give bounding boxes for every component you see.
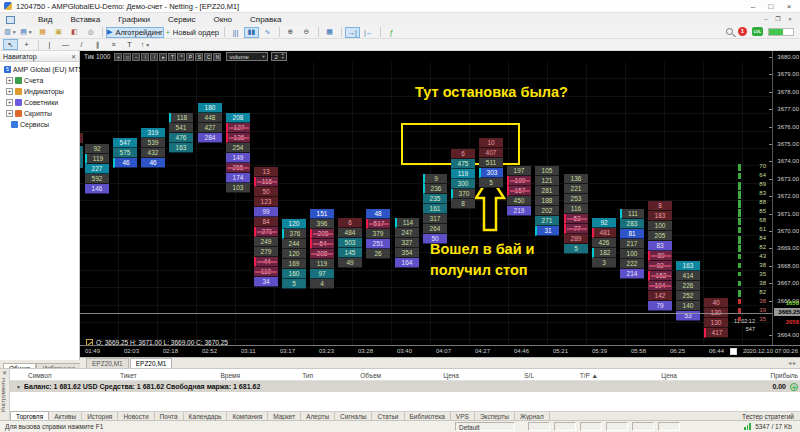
- column-header-Символ[interactable]: Символ: [28, 372, 51, 379]
- sidebar-item-Индикаторы[interactable]: +Индикаторы: [0, 86, 79, 97]
- collapse-caret-icon[interactable]: ▼: [16, 384, 21, 390]
- column-header-S/L[interactable]: S/L: [464, 372, 534, 379]
- column-header-T/P[interactable]: T/P ▲: [528, 372, 598, 379]
- close-icon[interactable]: ✕: [71, 53, 76, 60]
- minimize-icon[interactable]: –: [744, 0, 762, 13]
- trendline-tool[interactable]: /: [74, 39, 89, 50]
- add-icon[interactable]: +: [790, 383, 798, 391]
- strategy-tester-link[interactable]: Тестер стратегий: [742, 413, 794, 420]
- profile-selector[interactable]: Default: [455, 422, 515, 431]
- candles-button[interactable]: ▮▮: [244, 27, 259, 38]
- chart-minimize-icon[interactable]: –: [760, 13, 772, 25]
- chevron-down-icon[interactable]: ▼: [28, 29, 33, 35]
- tile-windows-button[interactable]: ▦: [322, 27, 337, 38]
- chart-tab-1[interactable]: EPZ20,M1: [130, 358, 173, 368]
- vertical-line-tool[interactable]: |: [42, 39, 57, 50]
- spinner-icons[interactable]: ▲▼: [281, 53, 284, 60]
- cluster-button-3[interactable]: I: [141, 53, 149, 61]
- expand-icon[interactable]: +: [6, 77, 13, 84]
- chevron-down-icon[interactable]: ▼: [145, 42, 150, 48]
- chevron-down-icon[interactable]: ▼: [12, 29, 17, 35]
- cluster-button-11[interactable]: N: [213, 53, 221, 61]
- chart-restore-icon[interactable]: ❐: [772, 13, 784, 25]
- restore-icon[interactable]: □: [762, 0, 780, 13]
- menu-item-Вставка[interactable]: Вставка: [61, 13, 109, 26]
- lvl-icon[interactable]: LVL: [752, 27, 763, 36]
- chart-tab-0[interactable]: EPZ20,M1: [86, 358, 129, 368]
- cluster-button-4[interactable]: /: [150, 53, 158, 61]
- auto-scroll-button[interactable]: →|: [345, 27, 360, 38]
- chart-window: Тик 1000 +□−I/▸T*PSCN volume ▼ 2 ▲▼ Тут …: [80, 51, 800, 368]
- menu-item-Окно[interactable]: Окно: [204, 13, 241, 26]
- market-watch-button[interactable]: ▦: [35, 27, 50, 38]
- column-header-Цена[interactable]: Цена: [389, 372, 459, 379]
- arrows-tool[interactable]: ↑▼: [138, 39, 153, 50]
- column-header-Время[interactable]: Время: [170, 372, 240, 379]
- chart-close-icon[interactable]: ×: [784, 13, 796, 25]
- text-tool[interactable]: T: [122, 39, 137, 50]
- notification-badge[interactable]: 1: [738, 27, 747, 36]
- cluster-column: 4851737925126: [366, 209, 390, 259]
- time-label: 02:18: [163, 348, 178, 354]
- cluster-button-0[interactable]: +: [114, 53, 122, 61]
- close-icon[interactable]: ×: [780, 0, 798, 13]
- expand-icon[interactable]: +: [6, 88, 13, 95]
- navigator-root-label: AMP Global (EU) MT5: [13, 66, 83, 73]
- column-header-Прибыль[interactable]: Прибыль: [728, 372, 798, 379]
- profile-bar: [738, 209, 741, 217]
- column-header-Цена[interactable]: Цена: [607, 372, 677, 379]
- menu-item-Справка[interactable]: Справка: [241, 13, 290, 26]
- column-header-Тип[interactable]: Тип: [243, 372, 313, 379]
- sidebar-item-Скрипты[interactable]: +Скрипты: [0, 108, 79, 119]
- cluster-button-5[interactable]: ▸: [159, 53, 167, 61]
- cluster-button-1[interactable]: □: [123, 53, 131, 61]
- chart-window-menu-icon[interactable]: [6, 16, 15, 24]
- cluster-button-7[interactable]: *: [177, 53, 185, 61]
- menu-item-Сервис[interactable]: Сервис: [159, 13, 204, 26]
- zoom-in-button[interactable]: ⊕: [283, 27, 298, 38]
- column-header-Объем[interactable]: Объем: [311, 372, 381, 379]
- chart-shift-button[interactable]: |←: [361, 27, 376, 38]
- expand-icon[interactable]: +: [6, 110, 13, 117]
- sidebar-item-Советники[interactable]: +Советники: [0, 97, 79, 108]
- new-order-button[interactable]: +Новый ордер: [165, 27, 220, 38]
- fibonacci-tool[interactable]: ≡: [106, 39, 121, 50]
- new-chart-button[interactable]: ▥▼: [3, 27, 18, 38]
- data-window-button[interactable]: ▣: [51, 27, 66, 38]
- search-icon[interactable]: [726, 28, 733, 35]
- time-axis[interactable]: 2020.12.10 07:00:26 01:4902:0302:1802:52…: [80, 345, 800, 357]
- price-axis[interactable]: 3680.003679.003678.003677.003676.003675.…: [772, 51, 800, 345]
- cursor-tool[interactable]: ↖: [3, 39, 18, 50]
- volume-filter-stepper[interactable]: 2 ▲▼: [271, 52, 287, 61]
- close-icon[interactable]: ✕: [0, 369, 9, 376]
- indicators-button[interactable]: ƒ: [384, 27, 399, 38]
- depth-of-market-button[interactable]: ◧: [67, 27, 82, 38]
- profile-value: 68: [744, 217, 766, 223]
- balance-row[interactable]: ▼ Баланс: 1 681.62 USD Средства: 1 681.6…: [10, 381, 800, 392]
- cluster-button-2[interactable]: −: [132, 53, 140, 61]
- crosshair-tool[interactable]: +: [19, 39, 34, 50]
- line-chart-button[interactable]: ∿: [260, 27, 275, 38]
- cluster-button-6[interactable]: T: [168, 53, 176, 61]
- cluster-button-10[interactable]: C: [204, 53, 212, 61]
- menu-item-Графики[interactable]: Графики: [109, 13, 159, 26]
- bars-button[interactable]: |||: [228, 27, 243, 38]
- sidebar-item-Счета[interactable]: +Счета: [0, 75, 79, 86]
- cluster-button-9[interactable]: S: [195, 53, 203, 61]
- navigator-root[interactable]: 5AMP Global (EU) MT5: [0, 64, 79, 75]
- new-chart-button-icon: ▥: [4, 28, 11, 36]
- column-header-Тикет[interactable]: Тикет: [120, 372, 137, 379]
- vertical-line-tool-icon: |: [49, 41, 51, 48]
- profiles-button[interactable]: ▤▼: [19, 27, 34, 38]
- zoom-out-button[interactable]: ⊖: [299, 27, 314, 38]
- cluster-button-8[interactable]: P: [186, 53, 194, 61]
- volume-mode-dropdown[interactable]: volume ▼: [226, 52, 268, 61]
- horizontal-line-tool[interactable]: —: [58, 39, 73, 50]
- sidebar-item-Сервисы[interactable]: Сервисы: [0, 119, 79, 130]
- expand-icon[interactable]: +: [6, 99, 13, 106]
- channel-tool[interactable]: ∥: [90, 39, 105, 50]
- menu-item-Вид[interactable]: Вид: [29, 13, 61, 26]
- algo-trading-button[interactable]: ▶Алготрейдинг: [106, 27, 164, 38]
- focus-button[interactable]: ◎: [83, 27, 98, 38]
- tab-scroll-arrows[interactable]: ◂ ▸: [788, 359, 796, 366]
